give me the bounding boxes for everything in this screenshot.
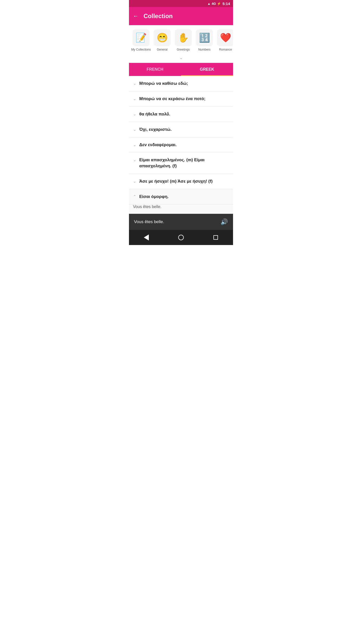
- phrase-chevron-icon: ⌄: [133, 142, 136, 147]
- category-item-numbers[interactable]: 🔢 Numbers: [194, 29, 214, 51]
- phrase-row[interactable]: ⌄ Μπορώ να σε κεράσω ένα ποτό;: [129, 91, 233, 107]
- back-button[interactable]: ←: [133, 13, 139, 19]
- category-label-romance: Romance: [219, 48, 232, 51]
- phrase-chevron-icon: ⌄: [133, 179, 136, 184]
- phrase-translation-text: Vous êtes belle.: [129, 205, 233, 214]
- phrase-greek-text: θα ήθελα πολΰ.: [139, 111, 170, 117]
- category-item-romance[interactable]: ❤️ Romance: [215, 29, 233, 51]
- phrase-row[interactable]: ⌃ Είσαι όμορφη.: [129, 189, 233, 205]
- category-item-general[interactable]: 😁 General: [152, 29, 172, 51]
- phrase-greek-text: Άσε με ήσυχο! (m) Άσε με ήσυχη! (f): [139, 178, 213, 184]
- phrase-greek-text: Όχι, ευχαριστώ.: [139, 127, 172, 133]
- category-icon-my-collections: 📝: [132, 29, 150, 46]
- audio-bar: Vous êtes belle. 🔊: [129, 214, 233, 230]
- phrase-greek-text: Δεν ενδιαφέρομαι.: [139, 142, 177, 148]
- status-icons: ▲ 4G ⚡: [207, 2, 221, 6]
- category-icon-romance: ❤️: [217, 29, 233, 46]
- phrase-list: ⌄ Μπορώ να καθίσω εδώ; ⌄ Μπορώ να σε κερ…: [129, 76, 233, 214]
- back-triangle-icon: [144, 234, 149, 240]
- category-icon-greetings: ✋: [175, 29, 192, 46]
- category-item-greetings[interactable]: ✋ Greetings: [173, 29, 193, 51]
- nav-recent-button[interactable]: [209, 231, 222, 244]
- category-label-greetings: Greetings: [177, 48, 190, 51]
- nav-home-button[interactable]: [175, 231, 187, 244]
- category-icon-general: 😁: [154, 29, 171, 46]
- category-label-my-collections: My Collections: [131, 48, 151, 51]
- phrase-chevron-icon: ⌄: [133, 157, 136, 162]
- tab-french[interactable]: FRENCH: [129, 63, 181, 76]
- expand-categories-button[interactable]: ⌄: [129, 53, 233, 63]
- phrase-row[interactable]: ⌄ Όχι, ευχαριστώ.: [129, 122, 233, 137]
- language-tabs: FRENCHGREEK: [129, 63, 233, 76]
- phrase-chevron-icon: ⌄: [133, 81, 136, 86]
- category-icon-numbers: 🔢: [196, 29, 213, 46]
- phrase-row[interactable]: ⌄ Μπορώ να καθίσω εδώ;: [129, 76, 233, 91]
- signal-icon: ▲: [207, 2, 211, 6]
- signal-label: 4G: [212, 2, 216, 6]
- clock: 5:14: [222, 2, 230, 6]
- category-list: 📝 My Collections 😁 General ✋ Greetings 🔢…: [131, 29, 231, 51]
- phrase-row[interactable]: ⌄ Είμαι απασχολημένος. (m) Είμαι απασχολ…: [129, 152, 233, 174]
- phrase-row[interactable]: ⌄ θα ήθελα πολΰ.: [129, 107, 233, 122]
- phrase-row[interactable]: ⌄ Δεν ενδιαφέρομαι.: [129, 137, 233, 153]
- category-label-numbers: Numbers: [198, 48, 211, 51]
- phrase-row[interactable]: ⌄ Άσε με ήσυχο! (m) Άσε με ήσυχη! (f): [129, 174, 233, 189]
- phrase-greek-text: Είσαι όμορφη.: [139, 194, 169, 200]
- phrase-greek-text: Μπορώ να σε κεράσω ένα ποτό;: [139, 96, 205, 102]
- page-title: Collection: [144, 13, 173, 20]
- category-label-general: General: [157, 48, 168, 51]
- status-bar: ▲ 4G ⚡ 5:14: [129, 0, 233, 7]
- battery-icon: ⚡: [217, 2, 221, 6]
- category-section: 📝 My Collections 😁 General ✋ Greetings 🔢…: [129, 25, 233, 53]
- category-item-my-collections[interactable]: 📝 My Collections: [131, 29, 151, 51]
- tab-greek[interactable]: GREEK: [181, 63, 233, 76]
- phrase-chevron-icon: ⌄: [133, 127, 136, 132]
- nav-back-button[interactable]: [140, 231, 153, 244]
- phrase-chevron-icon: ⌄: [133, 96, 136, 101]
- phrase-greek-text: Είμαι απασχολημένος. (m) Είμαι απασχολημ…: [139, 157, 229, 169]
- nav-bar: [129, 230, 233, 245]
- app-header: ← Collection: [129, 7, 233, 25]
- phrase-chevron-icon: ⌄: [133, 112, 136, 116]
- audio-text: Vous êtes belle.: [134, 219, 164, 224]
- phrase-chevron-icon: ⌃: [133, 194, 136, 199]
- home-circle-icon: [178, 235, 184, 240]
- phrase-greek-text: Μπορώ να καθίσω εδώ;: [139, 80, 188, 87]
- volume-icon[interactable]: 🔊: [220, 218, 228, 225]
- recent-square-icon: [213, 235, 218, 240]
